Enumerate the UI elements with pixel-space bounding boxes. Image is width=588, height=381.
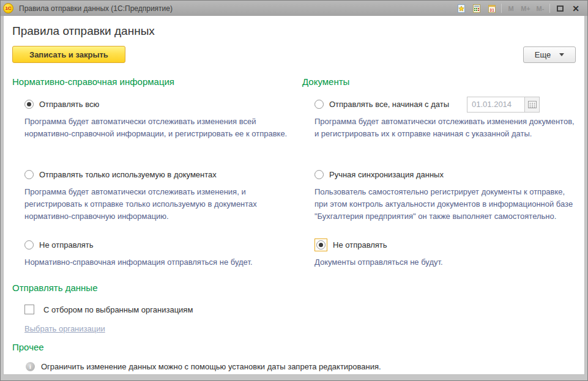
section-header-nsi: Нормативно-справочная информация: [12, 76, 302, 87]
option-description: Программа будет автоматически отслеживат…: [314, 116, 576, 152]
radio-icon[interactable]: [314, 170, 324, 179]
svg-text:31: 31: [489, 7, 494, 12]
radio-label: Ручная синхронизация данных: [329, 170, 444, 179]
info-text: Ограничить изменение данных можно с помо…: [41, 361, 381, 372]
form-frame: Правила отправки данных Записать и закры…: [3, 16, 585, 375]
memory-recall-button: M: [504, 3, 518, 14]
radio-icon[interactable]: [314, 100, 324, 109]
maximize-icon: [557, 6, 564, 12]
app-window: 1С Правила отправки данных (1С:Предприят…: [0, 0, 588, 381]
more-button-label: Еще: [535, 50, 551, 59]
maximize-button[interactable]: [552, 2, 568, 15]
command-bar: Записать и закрыть Еще: [12, 46, 576, 63]
nsi-column: Нормативно-справочная информация Отправл…: [12, 72, 302, 375]
radio-option-no-send-documents[interactable]: Не отправлять: [314, 237, 576, 253]
radio-option-manual-sync[interactable]: Ручная синхронизация данных: [314, 166, 576, 183]
1c-logo-icon: 1С: [3, 3, 13, 13]
window-title: Правила отправки данных (1С:Предприятие): [19, 4, 453, 13]
focus-ring: [314, 239, 327, 251]
memory-plus-button: M+: [518, 3, 533, 14]
radio-option-send-used-nsi[interactable]: Отправлять только используемую в докумен…: [24, 166, 302, 183]
titlebar-separator: [501, 4, 502, 13]
radio-label: Отправлять всю: [39, 100, 99, 109]
favorites-icon[interactable]: [453, 2, 469, 15]
radio-option-send-all-nsi[interactable]: Отправлять всю: [24, 96, 302, 113]
more-button[interactable]: Еще: [523, 46, 576, 63]
calendar-grid-icon: [528, 101, 537, 108]
option-description: Документы отправляться не будут.: [314, 256, 576, 268]
radio-icon[interactable]: [24, 100, 34, 109]
titlebar-separator: [549, 4, 550, 13]
select-organizations-link[interactable]: Выбрать организации: [24, 324, 105, 333]
section-header-other: Прочее: [12, 342, 302, 352]
option-description: Нормативно-справочная информация отправл…: [24, 256, 297, 268]
option-description: Программа будет автоматически отслеживат…: [24, 186, 297, 223]
info-icon: i: [26, 362, 35, 371]
checkbox-icon[interactable]: [24, 305, 34, 314]
start-date-input[interactable]: [467, 97, 524, 113]
radio-option-send-from-date[interactable]: Отправлять все, начиная с даты: [314, 96, 576, 113]
close-button[interactable]: ✕: [568, 2, 584, 15]
option-description: Пользователь самостоятельно регистрирует…: [314, 186, 576, 223]
checkbox-label: С отбором по выбранным организациям: [43, 305, 193, 314]
chevron-down-icon: [559, 53, 564, 56]
radio-icon[interactable]: [316, 240, 326, 250]
section-header-send-data: Отправлять данные: [12, 283, 302, 293]
titlebar: 1С Правила отправки данных (1С:Предприят…: [1, 1, 587, 16]
date-group: [467, 97, 540, 113]
memory-minus-button: M-: [533, 3, 548, 14]
info-row: i Ограничить изменение данных можно с по…: [26, 361, 576, 372]
date-picker-button[interactable]: [524, 97, 540, 113]
save-and-close-button[interactable]: Записать и закрыть: [12, 46, 125, 63]
option-description: Программа будет автоматически отслеживат…: [24, 116, 297, 152]
radio-label: Отправлять все, начиная с даты: [329, 100, 449, 109]
calculator-icon[interactable]: [469, 2, 484, 15]
calendar-icon[interactable]: 31: [484, 2, 499, 15]
radio-option-no-send-nsi[interactable]: Не отправлять: [24, 237, 302, 253]
documents-column: Документы Отправлять все, начиная с даты: [302, 72, 576, 283]
page-title: Правила отправки данных: [12, 24, 576, 38]
checkbox-filter-by-organizations[interactable]: С отбором по выбранным организациям: [24, 302, 302, 317]
radio-label: Не отправлять: [39, 240, 94, 250]
section-header-documents: Документы: [302, 76, 576, 87]
radio-icon[interactable]: [24, 240, 34, 250]
radio-icon[interactable]: [24, 170, 34, 179]
radio-label: Не отправлять: [333, 240, 387, 250]
radio-label: Отправлять только используемую в докумен…: [39, 170, 217, 179]
close-icon: ✕: [572, 4, 579, 13]
titlebar-toolbar: 31 M M+ M- ✕: [453, 2, 584, 15]
